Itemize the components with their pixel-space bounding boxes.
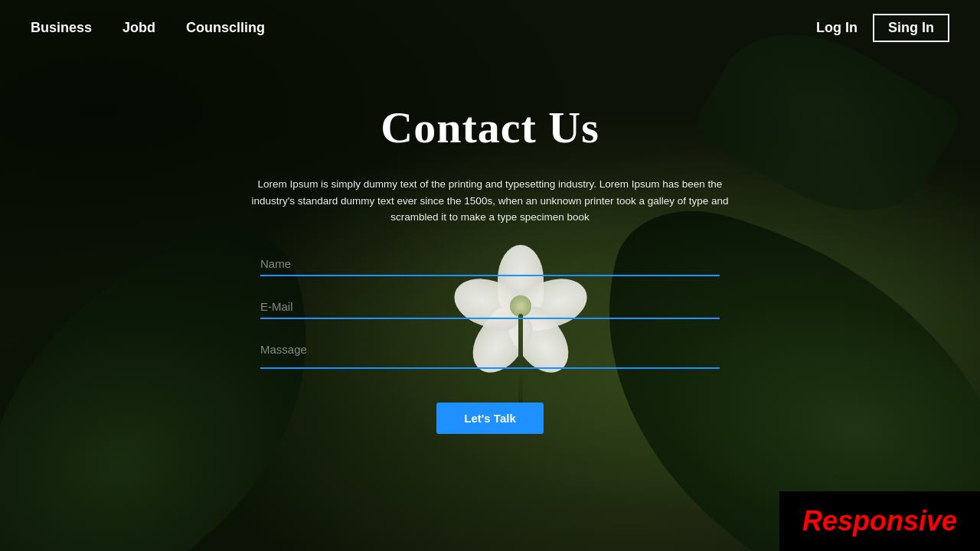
responsive-badge: Responsive xyxy=(779,491,980,551)
message-input[interactable] xyxy=(260,338,720,369)
login-button[interactable]: Log In xyxy=(816,20,858,36)
email-input[interactable] xyxy=(260,295,720,319)
navbar: Business Jobd Counsclling Log In Sing In xyxy=(0,0,980,56)
nav-right: Log In Sing In xyxy=(816,14,949,42)
nav-item-counselling[interactable]: Counsclling xyxy=(186,20,265,36)
email-field xyxy=(260,295,720,319)
contact-form: Let's Talk xyxy=(260,253,720,434)
message-field xyxy=(260,338,720,372)
main-content: Contact Us Lorem Ipsum is simply dummy t… xyxy=(0,102,980,434)
submit-button[interactable]: Let's Talk xyxy=(436,403,543,434)
nav-item-jobd[interactable]: Jobd xyxy=(122,20,155,36)
name-field xyxy=(260,253,720,276)
description-text: Lorem Ipsum is simply dummy text of the … xyxy=(241,176,739,226)
nav-left: Business Jobd Counsclling xyxy=(31,20,265,36)
signin-button[interactable]: Sing In xyxy=(873,14,949,42)
name-input[interactable] xyxy=(260,253,720,276)
nav-item-business[interactable]: Business xyxy=(31,20,92,36)
responsive-label: Responsive xyxy=(802,505,957,536)
page-title: Contact Us xyxy=(381,102,599,153)
